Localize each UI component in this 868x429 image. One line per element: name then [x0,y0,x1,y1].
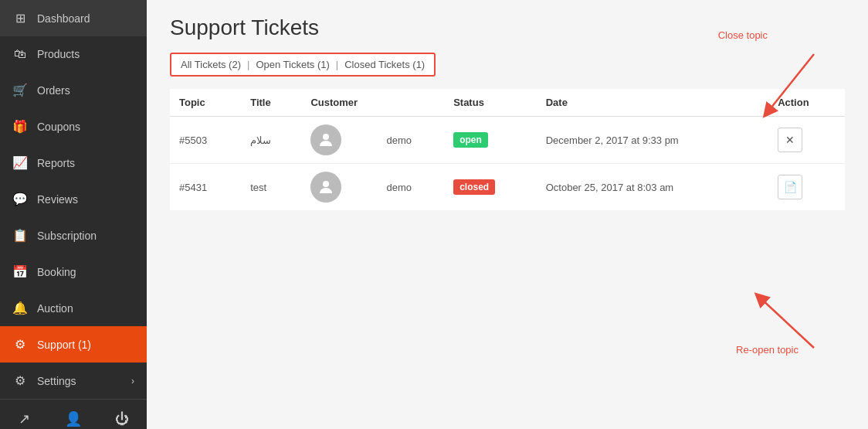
table-row: #5431 test demo closed October 25, 2017 … [170,164,845,211]
cell-avatar [301,117,377,164]
col-action: Action [768,89,845,117]
svg-point-1 [323,181,329,187]
cell-action: ✕ [768,117,845,164]
table-row: #5503 سلام demo open December 2, 2017 at… [170,117,845,164]
sidebar-item-label: Auction [37,302,134,315]
col-title: Title [241,89,301,117]
sidebar-item-label: Support (1) [37,339,134,351]
cell-topic: #5503 [170,117,241,164]
cell-status: open [444,117,537,164]
user-button[interactable]: 👤 [49,400,97,429]
reopen-topic-annotation: Re-open topic [736,344,798,356]
sidebar-item-dashboard[interactable]: ⊞ Dashboard [0,0,147,36]
cart-icon: 🛒 [12,83,28,97]
sidebar-item-reviews[interactable]: 💬 Reviews [0,181,147,217]
cell-title: test [241,164,301,211]
page-title: Support Tickets [170,15,845,40]
status-badge: closed [453,179,495,195]
col-status: Status [444,89,537,117]
dashboard-icon: ⊞ [12,11,28,26]
cell-customer-name: demo [377,117,444,164]
cell-date: December 2, 2017 at 9:33 pm [537,117,768,164]
sidebar-item-support[interactable]: ⚙ Support (1) [0,326,147,363]
sidebar-item-label: Booking [37,266,134,278]
sidebar-item-booking[interactable]: 📅 Booking [0,254,147,290]
sidebar-item-label: Coupons [37,121,134,133]
svg-line-3 [760,298,814,348]
status-badge: open [453,132,488,148]
cell-avatar [301,164,377,211]
cell-action: 📄 [768,164,845,211]
reopen-topic-button[interactable]: 📄 [778,175,802,199]
filter-sep-2: | [336,59,338,70]
products-icon: 🛍 [12,47,28,61]
filter-closed[interactable]: Closed Tickets (1) [344,59,425,70]
calendar-icon: 📅 [12,264,28,279]
sidebar-item-reports[interactable]: 📈 Reports [0,145,147,181]
cell-date: October 25, 2017 at 8:03 am [537,164,768,211]
avatar [310,124,341,155]
sidebar: ⊞ Dashboard 🛍 Products 🛒 Orders 🎁 Coupon… [0,0,147,429]
filter-all[interactable]: All Tickets (2) [181,59,241,70]
filter-open[interactable]: Open Tickets (1) [256,59,329,70]
support-icon: ⚙ [12,337,28,352]
filter-sep-1: | [247,59,249,70]
sidebar-item-label: Reports [37,157,134,169]
sidebar-bottom: ↗ 👤 ⏻ [0,399,147,429]
gift-icon: 🎁 [12,119,28,134]
cell-topic: #5431 [170,164,241,211]
chat-icon: 💬 [12,192,28,206]
reopen-topic-arrow [737,286,837,363]
main-content: Support Tickets All Tickets (2) | Open T… [147,0,868,429]
sidebar-item-orders[interactable]: 🛒 Orders [0,72,147,108]
cell-title: سلام [241,117,301,164]
gear-icon: ⚙ [12,373,28,388]
sidebar-item-coupons[interactable]: 🎁 Coupons [0,108,147,145]
close-topic-button[interactable]: ✕ [778,128,802,152]
filter-tabs: All Tickets (2) | Open Tickets (1) | Clo… [170,53,436,77]
chart-icon: 📈 [12,155,28,170]
chevron-right-icon: › [131,376,134,386]
external-link-button[interactable]: ↗ [0,400,49,429]
bell-icon: 🔔 [12,301,28,315]
sidebar-item-products[interactable]: 🛍 Products [0,36,147,72]
svg-point-0 [323,134,329,140]
col-customer: Customer [301,89,444,117]
avatar [310,172,341,203]
col-topic: Topic [170,89,241,117]
sidebar-item-label: Dashboard [37,12,134,25]
sidebar-item-label: Subscription [37,230,134,242]
sidebar-item-label: Reviews [37,193,134,206]
cell-status: closed [444,164,537,211]
power-button[interactable]: ⏻ [98,400,147,429]
clipboard-icon: 📋 [12,228,28,243]
cell-customer-name: demo [377,164,444,211]
sidebar-item-label: Settings [37,375,122,387]
sidebar-item-settings[interactable]: ⚙ Settings › [0,363,147,399]
sidebar-item-subscription[interactable]: 📋 Subscription [0,217,147,254]
sidebar-item-auction[interactable]: 🔔 Auction [0,290,147,326]
col-date: Date [537,89,768,117]
sidebar-item-label: Products [37,48,134,60]
sidebar-item-label: Orders [37,84,134,97]
ticket-table: Topic Title Customer Status Date Action … [170,89,845,210]
